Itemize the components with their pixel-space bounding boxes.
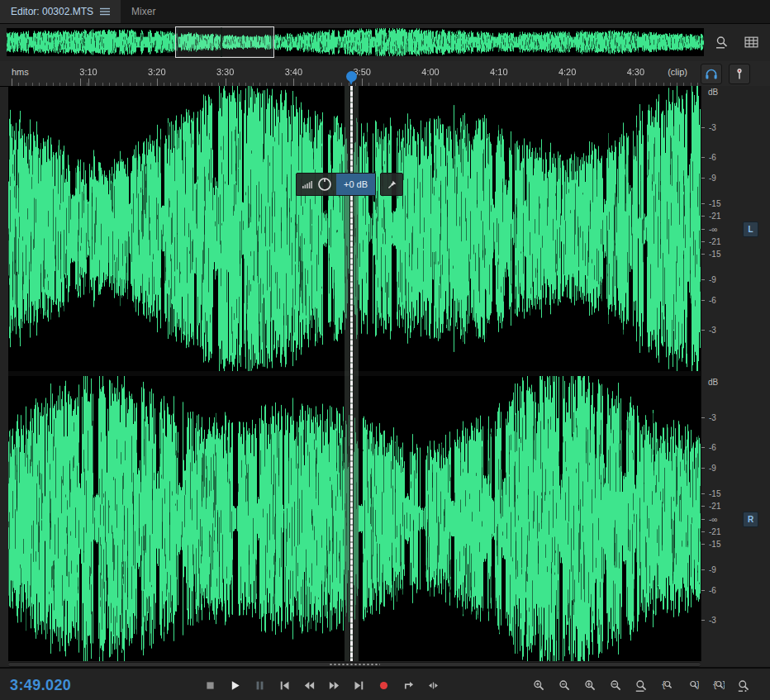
db-scale-tick xyxy=(701,203,705,204)
ruler-tick-label: 4:10 xyxy=(490,67,507,77)
db-scale-tick xyxy=(701,300,705,301)
db-scale-tick xyxy=(701,216,705,217)
db-scale-label: -3 xyxy=(709,413,716,422)
db-scale-label: -∞ xyxy=(709,515,717,524)
db-scale-tick xyxy=(701,544,705,545)
pushpin-icon xyxy=(387,179,397,190)
ruler-tick-label: 3:20 xyxy=(148,67,165,77)
db-scale-label: -6 xyxy=(709,153,716,162)
audition-window: Editor: 00302.MTS Mixer h xyxy=(0,0,770,700)
zoom-to-in-point-button[interactable]: { xyxy=(657,676,677,694)
db-scale-tick xyxy=(701,254,705,255)
hud-levels-icon xyxy=(302,179,313,189)
stop-button[interactable] xyxy=(201,676,219,694)
db-scale-label: -9 xyxy=(709,464,716,473)
db-scale-tick xyxy=(701,468,705,469)
record-button[interactable] xyxy=(374,676,392,694)
zoom-in-amplitude-button[interactable] xyxy=(580,676,600,694)
pause-button[interactable] xyxy=(250,676,269,694)
ruler-tick-label: 4:20 xyxy=(558,67,576,77)
play-button[interactable] xyxy=(226,676,244,694)
zoom-buttons: {}{} xyxy=(529,676,753,694)
db-scale-tick xyxy=(701,447,705,448)
db-scale-tick xyxy=(701,157,705,158)
db-scale-tick xyxy=(701,241,705,242)
time-display[interactable]: 3:49.020 xyxy=(10,677,71,694)
timeline-ruler[interactable]: hms (clip) 3:103:203:303:403:504:004:104… xyxy=(0,61,770,87)
db-scale-tick xyxy=(701,519,705,520)
ruler-tick-label: 3:10 xyxy=(79,67,97,77)
transport-buttons xyxy=(201,676,442,694)
playhead-marker[interactable] xyxy=(346,71,357,82)
db-scale-label: -9 xyxy=(709,174,716,183)
db-scale-label: -9 xyxy=(709,565,716,574)
zoom-out-time-button[interactable] xyxy=(554,676,574,694)
overview-grid-button[interactable] xyxy=(742,33,760,51)
view-box-right-handle[interactable] xyxy=(271,27,273,57)
overview-playhead[interactable] xyxy=(221,27,222,57)
db-scale-label: -15 xyxy=(709,199,720,208)
db-scale-tick xyxy=(701,569,705,570)
panel-menu-icon[interactable] xyxy=(100,7,110,16)
amplitude-scale-right: dB R -3-6-9-15-21-∞-21-15-9-6-3 xyxy=(701,376,770,661)
overview-zoom-button[interactable] xyxy=(713,33,731,51)
ruler-tick-label: 3:30 xyxy=(216,67,234,77)
hud-knob-icon[interactable] xyxy=(317,177,332,192)
amplitude-scale: dB L -3-6-9-15-21-∞-21-15-9-6-3 dB R -3-… xyxy=(701,86,770,661)
svg-text:}: } xyxy=(696,679,699,688)
scrollbar-thumb[interactable] xyxy=(8,663,701,666)
scrollbar-grip xyxy=(329,663,380,666)
rewind-button[interactable] xyxy=(300,676,318,694)
db-scale-label: -15 xyxy=(709,489,720,498)
gain-hud: +0 dB xyxy=(296,173,403,196)
db-scale-label: -∞ xyxy=(709,225,717,234)
ruler-buttons xyxy=(701,64,750,84)
channel-badge-right[interactable]: R xyxy=(743,512,758,527)
db-scale-label: -6 xyxy=(709,586,716,595)
waveform-editor: hms (clip) 3:103:203:303:403:504:004:104… xyxy=(0,61,770,667)
view-box-left-handle[interactable] xyxy=(176,27,178,57)
db-scale-tick xyxy=(701,229,705,230)
skip-to-start-button[interactable] xyxy=(275,676,293,694)
ruler-tick-label: 3:40 xyxy=(285,67,302,77)
svg-text:}: } xyxy=(721,679,724,688)
db-scale-label: -15 xyxy=(709,250,720,259)
db-scale-label: -21 xyxy=(709,237,720,246)
fast-forward-button[interactable] xyxy=(325,676,343,694)
hud-gain-value[interactable]: +0 dB xyxy=(336,174,375,195)
db-scale-tick xyxy=(701,417,705,418)
skip-to-end-button[interactable] xyxy=(349,676,368,694)
overview-view-box[interactable] xyxy=(175,26,274,58)
channel-badge-left[interactable]: L xyxy=(743,221,758,237)
zoom-out-amplitude-button[interactable] xyxy=(606,676,625,694)
skip-selection-button[interactable] xyxy=(424,676,442,694)
db-scale-label: -3 xyxy=(709,123,716,132)
db-scale-tick xyxy=(701,531,705,532)
waveform-display[interactable]: +0 dB xyxy=(8,86,701,661)
db-scale-label: -21 xyxy=(709,212,720,221)
tab-mixer[interactable]: Mixer xyxy=(121,0,166,23)
zoom-to-selection-button[interactable]: {} xyxy=(708,676,728,694)
headphones-icon xyxy=(705,68,718,80)
tab-mixer-label: Mixer xyxy=(131,6,155,17)
overview-strip xyxy=(0,24,770,63)
db-scale-label: -21 xyxy=(709,502,720,511)
loop-playback-button[interactable] xyxy=(399,676,417,694)
hud-pin-button[interactable] xyxy=(380,173,403,196)
overview-tools xyxy=(713,33,760,51)
db-scale-label: -21 xyxy=(709,527,720,536)
reset-zoom-button[interactable] xyxy=(734,676,753,694)
panel-tabbar: Editor: 00302.MTS Mixer xyxy=(0,0,770,24)
pin-marker-button[interactable] xyxy=(729,64,750,84)
zoom-to-out-point-button[interactable]: } xyxy=(682,676,702,694)
tab-editor[interactable]: Editor: 00302.MTS xyxy=(0,0,121,23)
db-scale-tick xyxy=(701,506,705,507)
monitor-headphones-button[interactable] xyxy=(701,64,722,84)
db-scale-tick xyxy=(701,493,705,494)
overview-waveform[interactable] xyxy=(7,28,704,56)
gain-hud-panel[interactable]: +0 dB xyxy=(296,173,376,196)
zoom-in-time-button[interactable] xyxy=(529,676,549,694)
zoom-out-full-button[interactable] xyxy=(631,676,651,694)
db-scale-label: -3 xyxy=(709,616,716,625)
db-scale-tick xyxy=(701,127,705,128)
